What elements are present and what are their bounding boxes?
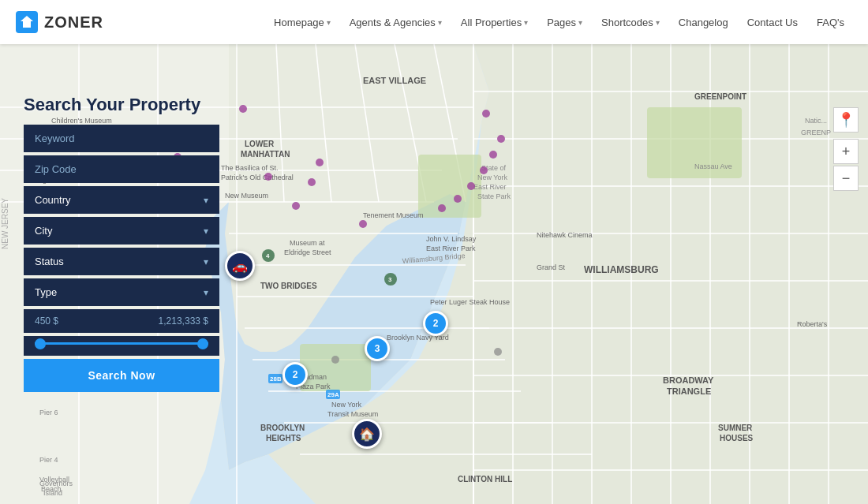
chevron-down-icon: ▾ [204,256,208,267]
nav-contact[interactable]: Contact Us [739,12,806,33]
type-label: Type [35,286,57,298]
zipcode-input[interactable] [24,155,219,183]
svg-text:GREENPOINT: GREENPOINT [694,92,746,101]
svg-text:Patrick's Old Cathedral: Patrick's Old Cathedral [221,174,294,181]
svg-text:Roberta's: Roberta's [797,320,828,328]
marker-number-3[interactable]: 3 [365,336,390,361]
svg-text:New York: New York [331,401,362,409]
svg-text:Nitehawk Cinema: Nitehawk Cinema [537,231,593,239]
svg-text:Transit Museum: Transit Museum [327,410,378,418]
svg-point-109 [489,151,497,159]
city-label: City [35,225,52,237]
svg-text:28B: 28B [270,375,282,383]
svg-text:New Museum: New Museum [225,192,268,200]
svg-point-106 [454,195,462,203]
svg-text:New York: New York [477,174,508,181]
slider-thumb-right[interactable] [197,338,208,349]
svg-text:Eldridge Street: Eldridge Street [284,248,331,256]
svg-text:Volleyball: Volleyball [39,476,69,483]
chevron-down-icon: ▾ [656,18,660,27]
svg-text:BROOKLYN: BROOKLYN [260,424,305,432]
zoom-in-button[interactable]: + [833,139,859,164]
chevron-down-icon: ▾ [578,18,582,27]
svg-text:Tenement Museum: Tenement Museum [363,211,424,219]
svg-text:SUMNER: SUMNER [718,424,753,432]
svg-text:3: 3 [388,276,392,283]
svg-text:4: 4 [266,252,270,259]
svg-point-99 [239,105,247,113]
svg-text:Beach: Beach [41,485,62,493]
svg-text:State Park: State Park [477,192,511,200]
slider-thumb-left[interactable] [35,338,46,349]
status-dropdown[interactable]: Status ▾ [24,248,219,275]
logo-text: ZONER [44,13,103,32]
svg-text:29A: 29A [327,391,339,398]
search-now-button[interactable]: Search Now [24,359,219,392]
country-dropdown[interactable]: Country ▾ [24,186,219,214]
status-label: Status [35,256,64,267]
svg-point-111 [482,110,490,118]
logo[interactable]: ZONER [16,11,103,33]
nav-changelog[interactable]: Changelog [671,12,736,33]
svg-text:EAST VILLAGE: EAST VILLAGE [363,76,426,85]
locate-icon: 📍 [837,111,855,129]
chevron-down-icon: ▾ [204,226,208,237]
nav-homepage[interactable]: Homepage ▾ [266,12,339,33]
locate-button[interactable]: 📍 [833,107,859,133]
svg-text:TWO BRIDGES: TWO BRIDGES [260,282,317,290]
chevron-down-icon: ▾ [204,195,208,206]
svg-text:GREENP: GREENP [801,129,831,136]
svg-text:HOUSES: HOUSES [720,434,754,442]
svg-text:East River: East River [473,183,507,191]
svg-text:Pier 6: Pier 6 [39,409,58,416]
price-min: 450 $ [35,315,58,327]
marker-number-2-top[interactable]: 2 [423,311,448,336]
zoom-out-icon: − [842,170,851,187]
nav-faq[interactable]: FAQ's [809,12,852,33]
svg-point-112 [494,348,502,356]
search-panel: Search Your Property Country ▾ City ▾ St… [24,95,219,392]
svg-text:NEW JERSEY: NEW JERSEY [1,198,9,249]
svg-text:CLINTON HILL: CLINTON HILL [458,475,512,483]
marker-house[interactable]: 🏠 [352,419,382,449]
nav-agents[interactable]: Agents & Agencies ▾ [342,12,450,33]
svg-text:HEIGHTS: HEIGHTS [266,434,301,442]
svg-point-102 [308,178,316,186]
svg-text:Pier 4: Pier 4 [39,456,58,464]
keyword-input[interactable] [24,125,219,152]
country-label: Country [35,194,71,206]
nav-pages[interactable]: Pages ▾ [539,12,590,33]
price-max: 1,213,333 $ [159,315,208,327]
range-slider[interactable] [24,336,219,356]
svg-point-113 [331,356,339,364]
svg-point-107 [467,182,475,190]
svg-text:MANHATTAN: MANHATTAN [241,150,290,159]
svg-point-101 [292,202,300,210]
svg-point-110 [497,135,505,143]
svg-text:Natic...: Natic... [805,117,827,125]
svg-text:Peter Luger Steak House: Peter Luger Steak House [430,298,510,306]
nav-shortcodes[interactable]: Shortcodes ▾ [593,12,668,33]
svg-point-105 [438,204,446,212]
search-title: Search Your Property [24,95,219,115]
type-dropdown[interactable]: Type ▾ [24,278,219,306]
svg-text:TRIANGLE: TRIANGLE [667,386,711,396]
marker-car[interactable]: 🚗 [225,251,255,281]
chevron-down-icon: ▾ [204,287,208,298]
svg-text:John V. Lindsay: John V. Lindsay [426,235,477,243]
chevron-down-icon: ▾ [438,18,442,27]
zoom-out-button[interactable]: − [833,166,859,191]
svg-point-104 [359,220,367,228]
slider-track [35,342,208,345]
zoom-in-icon: + [842,144,851,160]
logo-icon [16,11,38,33]
svg-text:Grand St: Grand St [537,263,566,271]
svg-point-103 [316,159,324,166]
nav-all-properties[interactable]: All Properties ▾ [453,12,536,33]
svg-text:BROADWAY: BROADWAY [663,375,714,385]
marker-number-2-bottom[interactable]: 2 [282,362,308,387]
city-dropdown[interactable]: City ▾ [24,217,219,245]
svg-text:Museum at: Museum at [290,239,325,247]
svg-text:The Basilica of St.: The Basilica of St. [221,164,279,172]
svg-point-108 [480,166,488,174]
